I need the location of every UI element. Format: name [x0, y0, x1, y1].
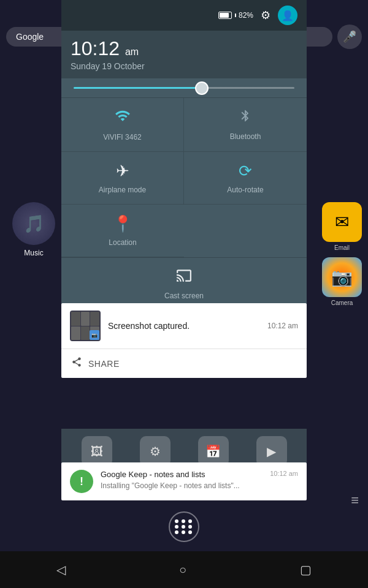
time-ampm: am — [125, 47, 139, 57]
location-toggle[interactable]: 📍 Location — [61, 205, 184, 257]
screenshot-notification-content: 📷 Screenshot captured. 10:12 am — [61, 303, 307, 349]
wifi-label: ViVIFI 3462 — [103, 133, 141, 141]
battery-bar — [218, 12, 232, 19]
thumb-overlay-icon: 📷 — [90, 330, 99, 340]
keep-title: Google Keep - notes and lists — [101, 470, 263, 480]
right-apps: ✉ Email 📷 Camera — [322, 202, 362, 306]
status-bar: 82% ⚙ 👤 — [61, 0, 307, 31]
airplane-mode-toggle[interactable]: ✈ Airplane mode — [61, 152, 184, 205]
email-icon: ✉ — [322, 202, 362, 242]
wifi-icon — [115, 108, 131, 128]
brightness-row[interactable]: ✦ — [61, 78, 307, 97]
screenshot-time: 10:12 am — [267, 322, 298, 330]
keep-text: Google Keep - notes and lists Installing… — [101, 470, 263, 491]
email-label: Email — [322, 244, 362, 251]
camera-app-icon[interactable]: 📷 Camera — [322, 257, 362, 306]
recents-button[interactable]: ▢ — [300, 562, 312, 577]
cast-icon — [176, 268, 192, 288]
date-display: Sunday 19 October — [71, 61, 297, 71]
share-button[interactable]: SHARE — [61, 349, 307, 378]
music-app-icon[interactable]: 🎵 Music — [12, 202, 55, 257]
keep-subtitle: Installing "Google Keep - notes and list… — [101, 481, 263, 491]
airplane-icon: ✈ — [116, 162, 129, 181]
keep-icon: ! — [70, 470, 93, 493]
google-text: Google — [16, 32, 44, 42]
bluetooth-label: Bluetooth — [230, 132, 261, 141]
quick-settings-panel: 82% ⚙ 👤 10:12 am Sunday 19 October ✦ ViV… — [61, 0, 307, 310]
camera-label: Camera — [322, 300, 362, 306]
screenshot-text: Screenshot captured. — [108, 321, 260, 331]
battery-fill — [220, 13, 229, 18]
battery-indicator: 82% — [218, 11, 253, 20]
screenshot-thumbnail: 📷 — [70, 311, 101, 341]
avatar[interactable]: 👤 — [278, 6, 297, 25]
time-value: 10:12 — [71, 37, 120, 59]
keep-notification-content: ! Google Keep - notes and lists Installi… — [61, 462, 307, 500]
rotate-icon: ⟳ — [239, 162, 252, 181]
sun-icon: ✦ — [198, 83, 205, 93]
music-label: Music — [24, 249, 43, 257]
screenshot-notification[interactable]: 📷 Screenshot captured. 10:12 am SHARE — [61, 303, 307, 378]
wifi-toggle[interactable]: ViVIFI 3462 — [61, 98, 184, 152]
share-label: SHARE — [88, 359, 120, 369]
brightness-track[interactable]: ✦ — [74, 87, 294, 89]
mic-icon: 🎤 — [343, 30, 356, 43]
cast-row: Cast screen — [61, 257, 307, 310]
wunderlist-icon: ≡ — [351, 492, 359, 508]
location-label: Location — [109, 238, 136, 247]
time-display: 10:12 am — [71, 37, 297, 60]
app-drawer-button[interactable] — [169, 511, 199, 542]
airplane-label: Airplane mode — [99, 186, 146, 194]
home-button[interactable]: ○ — [179, 563, 186, 577]
rotate-label: Auto-rotate — [227, 186, 263, 194]
back-button[interactable]: ◁ — [56, 562, 66, 577]
battery-tip — [235, 13, 236, 17]
email-app-icon[interactable]: ✉ Email — [322, 202, 362, 251]
bluetooth-icon — [239, 108, 252, 127]
cast-screen-button[interactable]: Cast screen — [152, 264, 216, 304]
drawer-dots-icon — [175, 519, 193, 534]
avatar-icon: 👤 — [282, 10, 294, 21]
location-icon: 📍 — [113, 214, 132, 233]
battery-percent: 82% — [239, 11, 253, 20]
screenshot-title: Screenshot captured. — [108, 321, 260, 331]
cast-label: Cast screen — [164, 292, 204, 300]
navigation-bar: ◁ ○ ▢ — [0, 551, 368, 588]
mic-button[interactable]: 🎤 — [337, 24, 362, 49]
google-keep-notification[interactable]: ! Google Keep - notes and lists Installi… — [61, 462, 307, 500]
brightness-thumb[interactable]: ✦ — [195, 81, 209, 95]
auto-rotate-toggle[interactable]: ⟳ Auto-rotate — [184, 152, 307, 205]
settings-icon[interactable]: ⚙ — [261, 9, 270, 22]
time-section: 10:12 am Sunday 19 October — [61, 31, 307, 78]
camera-icon: 📷 — [322, 257, 362, 297]
toggle-grid: ViVIFI 3462 Bluetooth ✈ Airplane mode ⟳ … — [61, 97, 307, 257]
keep-time: 10:12 am — [270, 470, 298, 477]
bluetooth-toggle[interactable]: Bluetooth — [184, 98, 307, 152]
music-icon: 🎵 — [12, 202, 55, 245]
share-icon — [71, 356, 82, 371]
